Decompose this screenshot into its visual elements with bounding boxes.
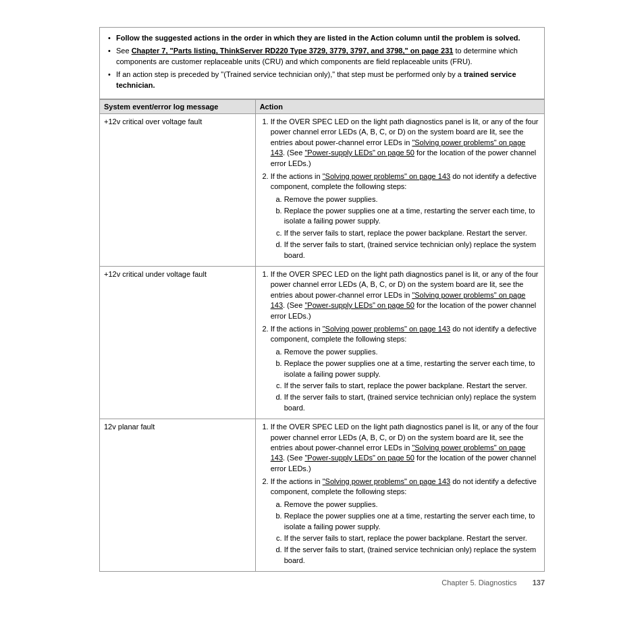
event-cell: +12v critical under voltage fault [100,267,256,419]
event-cell: 12v planar fault [100,419,256,572]
action-item: If the actions in "Solving power problem… [271,477,540,566]
action-mid-text: . (See [283,301,304,309]
footer-page: 137 [533,579,545,587]
action-link-1[interactable]: "Solving power problems" on page 143 [323,172,450,180]
action-text: If the actions in [271,477,323,485]
table-row: 12v planar faultIf the OVER SPEC LED on … [100,419,545,572]
action-text: If the actions in [271,172,323,180]
action-item: If the actions in "Solving power problem… [271,171,540,261]
substep-item: Replace the power supplies one at a time… [284,358,540,379]
table-row: +12v critical under voltage faultIf the … [100,267,545,419]
page-container: Follow the suggested actions in the orde… [99,27,545,587]
error-table: System event/error log message Action +1… [99,99,545,572]
substep-item: Replace the power supplies one at a time… [284,206,540,227]
action-link-2[interactable]: "Power-supply LEDs" on page 50 [304,149,414,157]
action-list: If the OVER SPEC LED on the light path d… [260,422,540,566]
table-header-row: System event/error log message Action [100,99,545,113]
intro-box: Follow the suggested actions in the orde… [99,27,545,99]
action-cell: If the OVER SPEC LED on the light path d… [255,267,544,419]
intro-text-2a: See [116,47,132,55]
substep-list: Remove the power supplies.Replace the po… [271,194,540,261]
substep-list: Remove the power supplies.Replace the po… [271,500,540,566]
col-header-event: System event/error log message [100,99,256,113]
action-item: If the actions in "Solving power problem… [271,324,540,413]
action-item: If the OVER SPEC LED on the light path d… [271,422,540,474]
intro-item-2: See Chapter 7, "Parts listing, ThinkServ… [107,46,537,67]
substep-item: If the server fails to start, (trained s… [284,545,540,566]
substep-item: If the server fails to start, replace th… [284,228,540,238]
page-footer: Chapter 5. Diagnostics 137 [99,579,545,587]
action-item: If the OVER SPEC LED on the light path d… [271,269,540,321]
table-row: +12v critical over voltage faultIf the O… [100,113,545,266]
action-list: If the OVER SPEC LED on the light path d… [260,269,540,413]
intro-text-1: Follow the suggested actions in the orde… [116,34,520,42]
substep-item: If the server fails to start, (trained s… [284,392,540,413]
substep-item: Remove the power supplies. [284,194,540,205]
substep-item: Remove the power supplies. [284,500,540,510]
action-list: If the OVER SPEC LED on the light path d… [260,117,540,261]
intro-item-1: Follow the suggested actions in the orde… [107,33,537,43]
substep-item: If the server fails to start, replace th… [284,533,540,543]
substep-item: Remove the power supplies. [284,347,540,357]
action-cell: If the OVER SPEC LED on the light path d… [255,113,544,266]
action-link-1[interactable]: "Solving power problems" on page 143 [323,477,450,485]
intro-link-chapter[interactable]: Chapter 7, "Parts listing, ThinkServer R… [132,47,454,55]
substep-list: Remove the power supplies.Replace the po… [271,347,540,413]
action-link-2[interactable]: "Power-supply LEDs" on page 50 [304,454,414,462]
action-link-1[interactable]: "Solving power problems" on page 143 [323,325,450,333]
event-cell: +12v critical over voltage fault [100,113,256,266]
substep-item: Replace the power supplies one at a time… [284,511,540,532]
intro-list: Follow the suggested actions in the orde… [107,33,537,90]
action-link-2[interactable]: "Power-supply LEDs" on page 50 [304,301,414,309]
intro-item-3: If an action step is preceded by "(Train… [107,70,537,90]
action-mid-text: . (See [283,454,304,462]
col-header-action: Action [255,99,544,113]
intro-text-3a: If an action step is preceded by "(Train… [116,70,464,78]
substep-item: If the server fails to start, (trained s… [284,240,540,261]
action-cell: If the OVER SPEC LED on the light path d… [255,419,544,572]
action-mid-text: . (See [283,149,304,157]
action-text: If the actions in [271,325,323,333]
footer-chapter: Chapter 5. Diagnostics [441,579,516,587]
action-item: If the OVER SPEC LED on the light path d… [271,117,540,169]
substep-item: If the server fails to start, replace th… [284,381,540,391]
